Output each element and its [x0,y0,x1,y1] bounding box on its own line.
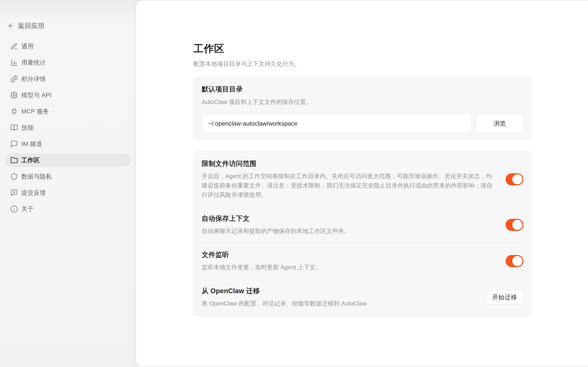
sidebar-item-label: MCP 服务 [21,107,49,116]
sidebar-item-label: 工作区 [21,156,40,164]
sidebar-item-label: 数据与隐私 [21,172,52,181]
folder-icon [10,156,18,164]
setting-text: 自动保存上下文 自动将聊天记录和提取的产物保存到本地工作区文件夹。 [202,214,494,236]
restrict-file-access-toggle[interactable] [506,173,524,185]
setting-description: 监听本地文件变更，实时更新 Agent 上下文。 [202,263,494,272]
cpu-icon [10,91,18,99]
sidebar-item-label: 模型与 API [21,91,52,99]
shield-icon [10,173,18,180]
bar-chart-icon [10,59,18,67]
sidebar-item-label: 提交反馈 [21,189,46,197]
plug-icon [10,108,18,115]
setting-text: 限制文件访问范围 开启后，Agent 的工作空间将限制在工作目录内。关闭后可访问… [202,159,494,200]
info-icon [10,205,18,213]
setting-text: 从 OpenClaw 迁移 将 OpenClaw 的配置、对话记录、技能等数据迁… [202,286,475,308]
main-panel: 工作区 配置本地项目目录与上下文持久化行为。 默认项目目录 AutoClaw 项… [136,0,588,366]
toggle-knob [512,256,523,266]
setting-description: 开启后，Agent 的工作空间将限制在工作目录内。关闭后可访问更大范围，可能导致… [202,172,494,200]
setting-text: 文件监听 监听本地文件变更，实时更新 Agent 上下文。 [202,250,494,272]
setting-description: 自动将聊天记录和提取的产物保存到本地工作区文件夹。 [202,226,494,236]
directory-input-row: 浏览 [202,114,524,133]
sidebar-item-general[interactable]: 通用 [5,40,131,53]
page-title: 工作区 [193,42,531,55]
feedback-plus-icon [10,189,18,197]
settings-window: 返回应用 通用 用量统计 积分详情 [0,0,588,367]
setting-title: 从 OpenClaw 迁移 [202,286,475,295]
setting-row-auto-save-context: 自动保存上下文 自动将聊天记录和提取的产物保存到本地工作区文件夹。 [202,207,524,243]
sidebar-item-feedback[interactable]: 提交反馈 [5,186,131,200]
toggle-knob [512,174,523,184]
sidebar-item-usage-stats[interactable]: 用量统计 [5,56,131,69]
workspace-settings-card: 限制文件访问范围 开启后，Agent 的工作空间将限制在工作目录内。关闭后可访问… [193,151,532,317]
pencil-icon [10,42,18,50]
setting-row-restrict-file-access: 限制文件访问范围 开启后，Agent 的工作空间将限制在工作目录内。关闭后可访问… [202,152,524,207]
sidebar-item-label: 关于 [21,205,34,213]
directory-card-description: AutoClaw 项目和上下文文件的保存位置。 [202,97,524,107]
sidebar-item-about[interactable]: 关于 [5,202,131,216]
start-migration-button[interactable]: 开始迁移 [486,290,524,304]
sidebar-item-label: 用量统计 [21,58,46,67]
sidebar-item-label: 积分详情 [21,75,46,83]
sidebar-item-label: 通用 [21,42,34,50]
sidebar: 返回应用 通用 用量统计 积分详情 [0,0,136,367]
browse-button[interactable]: 浏览 [476,114,524,133]
setting-title: 文件监听 [202,250,494,259]
sidebar-item-credits[interactable]: 积分详情 [5,72,131,86]
open-book-icon [10,124,18,132]
auto-save-context-toggle[interactable] [506,219,524,231]
setting-title: 限制文件访问范围 [202,159,494,168]
sidebar-item-workspace[interactable]: 工作区 [5,153,131,167]
default-directory-card: 默认项目目录 AutoClaw 项目和上下文文件的保存位置。 浏览 [193,77,532,140]
sidebar-item-skills[interactable]: 技能 [5,121,131,134]
sidebar-item-label: IM 频道 [21,140,42,148]
workspace-path-input[interactable] [202,114,471,133]
page-subtitle: 配置本地项目目录与上下文持久化行为。 [193,60,531,68]
setting-description: 将 OpenClaw 的配置、对话记录、技能等数据迁移到 AutoClaw [202,299,475,308]
toggle-knob [512,220,523,230]
directory-card-title: 默认项目目录 [202,84,524,94]
file-watch-toggle[interactable] [506,255,524,267]
sidebar-item-im-channels[interactable]: IM 频道 [5,137,131,151]
arrow-left-icon [8,23,14,29]
back-to-app-button[interactable]: 返回应用 [8,22,45,30]
setting-row-file-watch: 文件监听 监听本地文件变更，实时更新 Agent 上下文。 [202,243,524,279]
sidebar-item-data-privacy[interactable]: 数据与隐私 [5,170,131,183]
setting-title: 自动保存上下文 [202,214,494,223]
back-to-app-label: 返回应用 [18,22,45,30]
sidebar-item-label: 技能 [21,124,34,132]
sidebar-item-mcp-services[interactable]: MCP 服务 [5,105,131,118]
sidebar-item-models-api[interactable]: 模型与 API [5,88,131,102]
coins-icon [10,75,18,83]
setting-row-migrate-openclaw: 从 OpenClaw 迁移 将 OpenClaw 的配置、对话记录、技能等数据迁… [202,279,524,315]
chat-bubble-icon [10,140,18,148]
sidebar-nav: 通用 用量统计 积分详情 模型与 API [0,40,136,218]
